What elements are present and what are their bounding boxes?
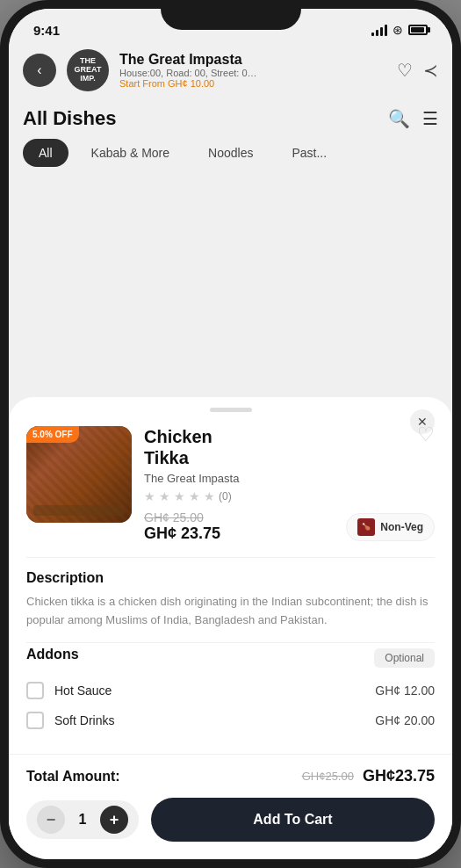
restaurant-address: House:00, Road: 00, Street: 00, ... bbox=[119, 68, 260, 78]
tab-noodles[interactable]: Noodles bbox=[192, 139, 269, 167]
quantity-increase-button[interactable]: + bbox=[100, 806, 128, 834]
tab-all[interactable]: All bbox=[23, 139, 68, 167]
price-old: GH¢ 25.00 bbox=[144, 510, 220, 524]
addon-name-2: Soft Drinks bbox=[54, 713, 114, 727]
addon-left-1: Hot Sauce bbox=[26, 682, 112, 699]
all-dishes-bar: All Dishes 🔍 ☰ bbox=[9, 98, 452, 139]
quantity-decrease-button[interactable]: − bbox=[37, 806, 65, 834]
price-row: GH¢ 25.00 GH¢ 23.75 🍗 Non-Veg bbox=[144, 510, 435, 543]
product-restaurant: The Great Impasta bbox=[144, 472, 435, 485]
all-dishes-title: All Dishes bbox=[23, 107, 116, 130]
addon-name-1: Hot Sauce bbox=[54, 684, 112, 698]
optional-badge: Optional bbox=[374, 648, 435, 668]
description-text: Chicken tikka is a chicken dish originat… bbox=[26, 593, 435, 630]
product-detail-sheet: ✕ 5.0% OFF ChickenTikka The Great Impast… bbox=[9, 397, 452, 859]
add-to-cart-button[interactable]: Add To Cart bbox=[151, 798, 435, 842]
star-5: ★ bbox=[204, 489, 215, 503]
total-new-price: GH¢23.75 bbox=[363, 767, 435, 785]
search-icon[interactable]: 🔍 bbox=[388, 108, 410, 129]
restaurant-info: The Great Impasta House:00, Road: 00, St… bbox=[119, 52, 397, 89]
addons-title: Addons bbox=[26, 647, 79, 662]
non-veg-icon: 🍗 bbox=[357, 518, 375, 536]
restaurant-name: The Great Impasta bbox=[119, 52, 397, 68]
header-actions: ♡ ≺ bbox=[397, 60, 438, 81]
product-image-wrap: 5.0% OFF bbox=[26, 426, 132, 523]
addon-price-2: GH¢ 20.00 bbox=[375, 713, 435, 727]
quantity-display: 1 bbox=[76, 812, 90, 828]
status-icons: ⊛ bbox=[371, 23, 428, 37]
cart-controls: − 1 + Add To Cart bbox=[9, 798, 452, 842]
tab-kabab[interactable]: Kabab & More bbox=[76, 139, 186, 167]
discount-badge: 5.0% OFF bbox=[26, 426, 79, 443]
favorite-icon[interactable]: ♡ bbox=[397, 60, 413, 81]
restaurant-header: ‹ THEGREATIMP. The Great Impasta House:0… bbox=[9, 42, 452, 98]
stars-row: ★ ★ ★ ★ ★ (0) bbox=[144, 489, 435, 503]
addon-checkbox-2[interactable] bbox=[26, 712, 44, 729]
description-section: Description Chicken tikka is a chicken d… bbox=[9, 558, 452, 642]
star-4: ★ bbox=[189, 489, 200, 503]
addon-price-1: GH¢ 12.00 bbox=[375, 684, 435, 698]
total-label: Total Amount: bbox=[26, 769, 120, 785]
review-count: (0) bbox=[219, 490, 232, 503]
star-1: ★ bbox=[144, 489, 155, 503]
tab-pasta[interactable]: Past... bbox=[276, 139, 342, 167]
total-prices: GH¢25.00 GH¢23.75 bbox=[302, 767, 435, 785]
addon-item-1: Hot Sauce GH¢ 12.00 bbox=[26, 682, 435, 699]
quantity-controls: − 1 + bbox=[26, 800, 139, 839]
product-name: ChickenTikka bbox=[144, 426, 435, 468]
category-tabs: All Kabab & More Noodles Past... bbox=[9, 139, 452, 176]
back-button[interactable]: ‹ bbox=[23, 54, 56, 87]
product-details: ChickenTikka The Great Impasta ★ ★ ★ ★ ★… bbox=[144, 426, 435, 543]
total-section: Total Amount: GH¢25.00 GH¢23.75 bbox=[9, 754, 452, 798]
filter-icon[interactable]: ☰ bbox=[422, 108, 438, 129]
addon-checkbox-1[interactable] bbox=[26, 682, 44, 699]
product-favorite-icon[interactable]: ♡ bbox=[417, 423, 435, 446]
star-2: ★ bbox=[159, 489, 170, 503]
description-title: Description bbox=[26, 570, 435, 586]
non-veg-badge: 🍗 Non-Veg bbox=[346, 513, 435, 541]
share-icon[interactable]: ≺ bbox=[423, 60, 438, 81]
addon-left-2: Soft Drinks bbox=[26, 712, 114, 729]
price-new: GH¢ 23.75 bbox=[144, 524, 220, 543]
wifi-icon: ⊛ bbox=[393, 23, 403, 37]
restaurant-start-from: Start From GH¢ 10.00 bbox=[119, 78, 397, 89]
search-filter: 🔍 ☰ bbox=[388, 108, 438, 129]
signal-icon bbox=[371, 25, 387, 36]
status-time: 9:41 bbox=[33, 23, 60, 38]
product-section: 5.0% OFF ChickenTikka The Great Impasta … bbox=[9, 412, 452, 557]
star-3: ★ bbox=[174, 489, 185, 503]
addons-header: Addons Optional bbox=[26, 647, 435, 669]
total-old-price: GH¢25.00 bbox=[302, 770, 354, 783]
addons-section: Addons Optional Hot Sauce GH¢ 12.00 Soft… bbox=[9, 643, 452, 754]
restaurant-logo: THEGREATIMP. bbox=[67, 49, 109, 91]
battery-icon bbox=[408, 25, 428, 35]
addon-item-2: Soft Drinks GH¢ 20.00 bbox=[26, 712, 435, 729]
